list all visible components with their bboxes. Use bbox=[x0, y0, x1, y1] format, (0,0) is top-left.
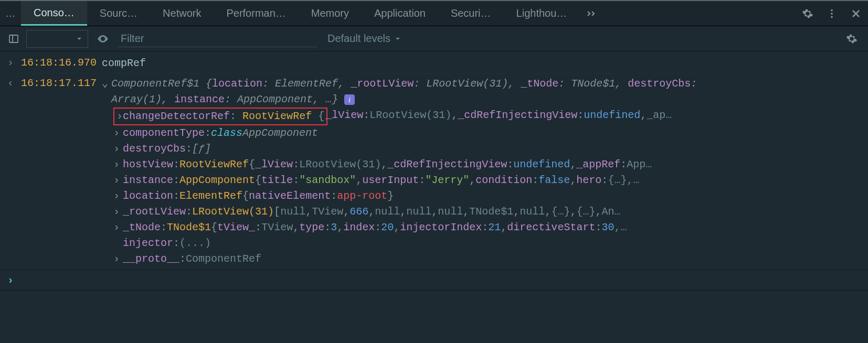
prompt-caret-icon: › bbox=[7, 274, 14, 286]
log-levels-selector[interactable]: Default levels bbox=[320, 33, 408, 45]
log-timestamp: 16:18:16.970 bbox=[21, 56, 102, 70]
console-log-row[interactable]: ‹ 16:18:17.117 ⌄ComponentRef$1 {location… bbox=[0, 74, 868, 270]
console-settings-gear-icon[interactable] bbox=[840, 26, 864, 51]
log-timestamp: 16:18:17.117 bbox=[21, 76, 102, 91]
console-filterbar: Default levels bbox=[0, 26, 868, 51]
tab-lighthouse[interactable]: Lighthou… bbox=[504, 1, 580, 26]
tab-overflow-left[interactable]: … bbox=[0, 1, 21, 26]
object-property[interactable]: ›instance: AppComponent {title: "sandbox… bbox=[113, 173, 868, 188]
object-property[interactable]: ›injector: (...) bbox=[113, 235, 868, 251]
tab-overflow-icon[interactable] bbox=[579, 1, 604, 26]
tab-application[interactable]: Application bbox=[362, 1, 438, 26]
live-expression-icon[interactable] bbox=[91, 30, 114, 48]
chevron-right-icon[interactable]: › bbox=[113, 251, 123, 267]
chevron-right-icon[interactable]: › bbox=[113, 173, 123, 188]
svg-point-1 bbox=[831, 13, 833, 15]
chevron-right-icon[interactable]: › bbox=[113, 204, 123, 220]
close-icon[interactable] bbox=[844, 1, 868, 26]
expand-caret-icon[interactable]: › bbox=[7, 56, 21, 70]
log-levels-label: Default levels bbox=[327, 33, 390, 45]
chevron-right-icon[interactable]: › bbox=[113, 188, 123, 204]
object-property[interactable]: ›_rootLView: LRootView(31) [null, TView,… bbox=[113, 204, 868, 220]
tab-memory[interactable]: Memory bbox=[299, 1, 362, 26]
object-property[interactable]: ›destroyCbs: [ƒ] bbox=[113, 141, 868, 157]
chevron-right-icon[interactable]: › bbox=[117, 110, 123, 122]
object-property[interactable]: ›changeDetectorRef: RootViewRef {_lView:… bbox=[113, 108, 868, 125]
filter-input[interactable] bbox=[118, 30, 317, 47]
tab-console[interactable]: Conso… bbox=[21, 1, 87, 26]
chevron-right-icon[interactable]: › bbox=[113, 125, 123, 141]
execution-context-selector[interactable] bbox=[26, 30, 88, 48]
object-property[interactable]: ›componentType: class AppComponent bbox=[113, 125, 868, 141]
tab-performance[interactable]: Performan… bbox=[214, 1, 298, 26]
log-output-icon: ‹ bbox=[7, 76, 21, 91]
svg-rect-3 bbox=[9, 35, 18, 42]
console-sidebar-toggle-icon[interactable] bbox=[4, 26, 23, 51]
console-log-row[interactable]: › 16:18:16.970 compRef bbox=[0, 53, 868, 74]
svg-point-2 bbox=[831, 16, 833, 18]
console-body: › 16:18:16.970 compRef ‹ 16:18:17.117 ⌄C… bbox=[0, 51, 868, 291]
object-property[interactable]: ›_tNode: TNode$1 {tView_: TView, type: 3… bbox=[113, 220, 868, 235]
object-property[interactable]: ›location: ElementRef {nativeElement: ap… bbox=[113, 188, 868, 204]
svg-point-0 bbox=[831, 9, 833, 11]
kebab-icon[interactable] bbox=[820, 1, 844, 26]
info-icon[interactable]: i bbox=[344, 94, 355, 105]
log-message: compRef bbox=[102, 56, 868, 71]
tab-sources[interactable]: Sourc… bbox=[87, 1, 150, 26]
devtools-tabbar: … Conso… Sourc… Network Performan… Memor… bbox=[0, 0, 868, 26]
chevron-right-icon[interactable]: › bbox=[113, 141, 123, 157]
tab-network[interactable]: Network bbox=[150, 1, 214, 26]
log-object: ⌄ComponentRef$1 {location: ElementRef, _… bbox=[102, 76, 868, 267]
chevron-right-icon[interactable]: › bbox=[113, 220, 123, 235]
chevron-right-icon[interactable]: › bbox=[113, 157, 123, 173]
tab-security[interactable]: Securi… bbox=[438, 1, 504, 26]
object-property[interactable]: ›hostView: RootViewRef {_lView: LRootVie… bbox=[113, 157, 868, 173]
gear-icon[interactable] bbox=[796, 1, 820, 26]
console-prompt[interactable]: › bbox=[0, 270, 868, 291]
chevron-down-icon[interactable]: ⌄ bbox=[102, 76, 111, 92]
object-property[interactable]: ›__proto__: ComponentRef bbox=[113, 251, 868, 267]
